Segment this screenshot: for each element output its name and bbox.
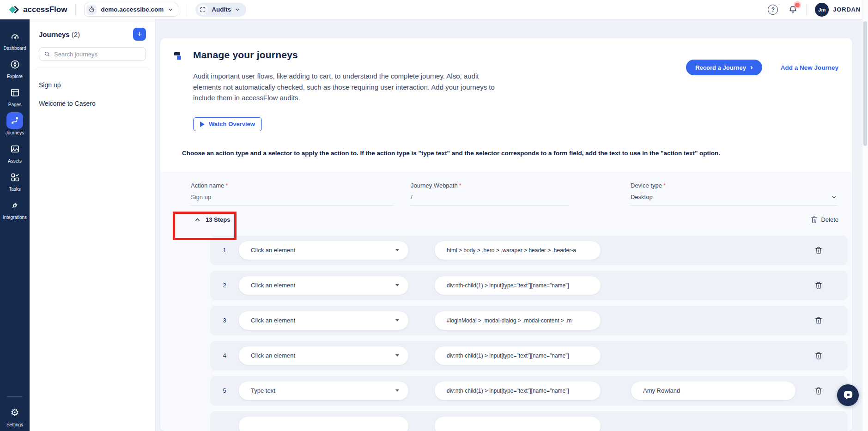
action-name-input[interactable]: Sign up [191, 194, 393, 201]
page-title: Manage your journeys [193, 49, 502, 61]
sidebar-item-label: Explore [7, 74, 23, 79]
step-action-dropdown[interactable]: Click an element [239, 276, 408, 295]
step-action-label: Click an element [251, 352, 295, 359]
step-delete-button[interactable] [815, 316, 822, 325]
manage-journeys-card: Manage your journeys Audit important use… [160, 38, 852, 431]
scrollbar-thumb[interactable] [863, 21, 867, 146]
step-row: 1 Click an element html > body > .hero >… [210, 236, 848, 265]
step-selector-pill[interactable]: #loginModal > .modal-dialog > .modal-con… [435, 311, 601, 330]
sidebar-item-label: Pages [8, 102, 21, 107]
step-number: 2 [210, 282, 239, 289]
audits-selector-value: Audits [212, 6, 231, 13]
sidebar-item-settings[interactable]: ⚙ Settings [0, 404, 30, 427]
trash-icon [815, 352, 822, 360]
sidebar-item-tasks[interactable]: Tasks [0, 169, 30, 192]
steps-count-label: 13 Steps [206, 216, 230, 223]
journeys-search [39, 47, 146, 61]
sidebar-item-explore[interactable]: Explore [0, 56, 30, 79]
required-marker: * [663, 182, 666, 189]
site-selector-value: demo.accessibe.com [101, 6, 164, 13]
device-type-select[interactable]: Desktop [631, 194, 837, 201]
chevron-down-icon [235, 7, 240, 12]
step-action-dropdown[interactable] [239, 417, 408, 431]
sidebar-item-label: Settings [6, 422, 23, 427]
add-new-journey-link[interactable]: Add a New Journey [781, 64, 838, 71]
sidebar-item-label: Assets [8, 158, 22, 164]
journey-list-item[interactable]: Sign up [39, 76, 146, 94]
sidebar-item-label: Dashboard [4, 46, 26, 51]
step-delete-button[interactable] [815, 387, 822, 395]
step-selector-value: div:nth-child(1) > input[type="text"][na… [447, 352, 569, 359]
action-name-label: Action name* [191, 182, 393, 189]
journey-list-item[interactable]: Welcome to Casero [39, 94, 146, 113]
audits-selector-dropdown[interactable]: Audits [195, 3, 246, 17]
trash-icon [815, 281, 822, 290]
site-selector-dropdown[interactable]: demo.accessibe.com [84, 3, 178, 17]
plug-icon [6, 197, 23, 213]
step-row: 2 Click an element div:nth-child(1) > in… [210, 271, 848, 300]
trash-icon [815, 246, 822, 255]
stopwatch-icon [86, 5, 97, 15]
gear-icon: ⚙ [6, 404, 23, 421]
sidebar-item-journeys[interactable]: Journeys [0, 112, 30, 135]
brand-name: accessFlow [23, 5, 67, 14]
image-icon [6, 140, 23, 157]
step-selector-pill[interactable]: html > body > .hero > .waraper > header … [435, 241, 601, 260]
trash-icon [815, 316, 822, 325]
page-scrollbar[interactable] [862, 0, 868, 431]
sidebar-divider [7, 396, 23, 397]
gauge-icon [6, 28, 23, 44]
sidebar-item-label: Journeys [6, 130, 24, 135]
journey-steps-icon [173, 51, 183, 131]
search-input[interactable] [54, 51, 141, 58]
step-action-dropdown[interactable]: Click an element [239, 346, 408, 365]
step-action-label: Type text [251, 387, 275, 394]
journeys-panel-title: Journeys(2) [39, 30, 80, 38]
step-selector-value: html > body > .hero > .waraper > header … [447, 247, 576, 254]
sidebar-item-integrations[interactable]: Integrations [0, 197, 30, 220]
watch-overview-button[interactable]: Watch Overview [193, 117, 262, 131]
divider [187, 4, 187, 16]
step-selector-pill[interactable]: div:nth-child(1) > input[type="text"][na… [435, 276, 601, 295]
step-action-dropdown[interactable]: Type text [239, 382, 408, 400]
chat-widget-button[interactable] [837, 384, 859, 406]
notification-badge [795, 3, 800, 7]
step-action-dropdown[interactable]: Click an element [239, 311, 408, 330]
step-delete-button[interactable] [815, 352, 822, 360]
divider [806, 4, 807, 16]
brand-logo: accessFlow [8, 4, 67, 15]
divider [75, 4, 76, 16]
step-delete-button[interactable] [815, 281, 822, 290]
step-number: 3 [210, 317, 239, 324]
user-avatar[interactable]: Jm [815, 3, 829, 17]
sidebar-item-assets[interactable]: Assets [0, 140, 30, 164]
play-icon [200, 121, 205, 127]
steps-toggle[interactable]: 13 Steps [194, 216, 230, 223]
tasks-icon [6, 169, 23, 185]
step-action-dropdown[interactable]: Click an element [239, 241, 408, 260]
pages-icon [6, 84, 23, 101]
step-selector-pill[interactable] [435, 417, 601, 431]
chevron-down-icon [831, 194, 837, 200]
sidebar-item-dashboard[interactable]: Dashboard [0, 28, 30, 51]
step-row: 4 Click an element div:nth-child(1) > in… [210, 341, 848, 370]
step-delete-button[interactable] [815, 246, 822, 255]
delete-journey-button[interactable]: Delete [811, 216, 838, 224]
help-icon[interactable]: ? [768, 5, 778, 15]
compass-icon [6, 56, 23, 73]
step-selector-pill[interactable]: div:nth-child(1) > input[type="text"][na… [435, 346, 601, 365]
sidebar-item-label: Tasks [9, 187, 21, 192]
add-journey-plus-button[interactable]: + [133, 28, 146, 41]
step-action-text-pill[interactable]: Amy Rowland [631, 382, 795, 400]
step-row [210, 411, 848, 431]
step-selector-value: div:nth-child(1) > input[type="text"][na… [447, 282, 569, 289]
record-journey-button[interactable]: Record a Journey › [686, 60, 762, 75]
notifications-bell-icon[interactable] [788, 5, 798, 14]
sidebar-item-label: Integrations [3, 215, 27, 220]
journey-webpath-input[interactable]: / [411, 194, 569, 201]
step-selector-pill[interactable]: div:nth-child(1) > input[type="text"][na… [435, 382, 601, 400]
chat-bubble-icon [843, 390, 853, 400]
user-name: JORDAN [833, 6, 861, 13]
sidebar-item-pages[interactable]: Pages [0, 84, 30, 107]
step-action-text-value: Amy Rowland [643, 387, 680, 394]
